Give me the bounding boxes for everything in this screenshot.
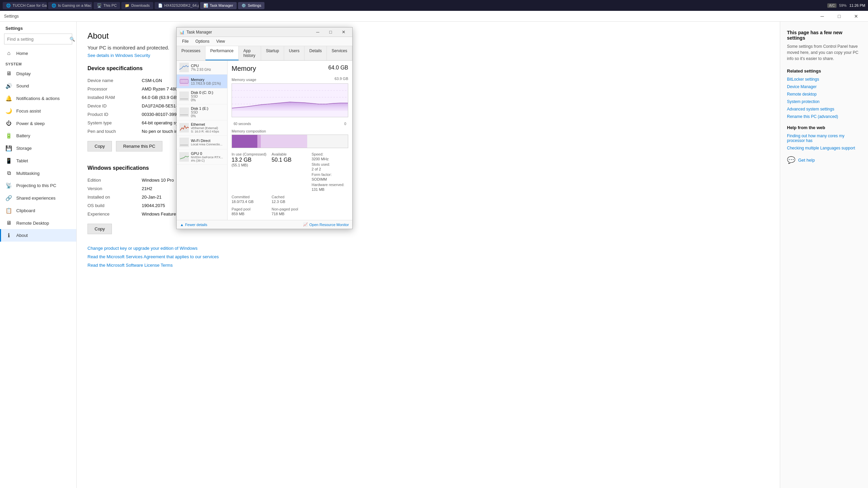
window-title: Settings: [4, 14, 19, 19]
tm-tab-users[interactable]: Users: [284, 46, 304, 60]
memory-sub: 13.7/63.9 GB (21%): [191, 82, 221, 85]
sidebar-item-multitasking[interactable]: ⧉ Multitasking: [0, 167, 76, 179]
committed-value: 18.0/73.4 GB: [232, 200, 268, 204]
memory-info: Memory 13.7/63.9 GB (21%): [191, 78, 221, 85]
sidebar-item-battery[interactable]: 🔋 Battery: [0, 129, 76, 142]
sidebar-item-display[interactable]: 🖥 Display: [0, 67, 76, 80]
sidebar-item-power[interactable]: ⏻ Power & sleep: [0, 117, 76, 129]
memory-usage-label: Memory usage: [232, 78, 256, 82]
paged-label: Paged pool: [232, 207, 268, 211]
sidebar-item-label: Projecting to this PC: [16, 183, 56, 188]
rename-pc-button[interactable]: Rename this PC: [116, 141, 162, 151]
wifi-name: Wi-Fi Direct: [191, 139, 222, 143]
sidebar-item-notifications[interactable]: 🔔 Notifications & actions: [0, 92, 76, 105]
taskbar-tab-gaming[interactable]: 🌐 Is Gaming on a Mac R...: [48, 2, 92, 9]
disk1-info: Disk 1 (E:) SSD0%: [191, 106, 208, 118]
taskbar-tab-settings[interactable]: ⚙️ Settings: [238, 2, 265, 9]
fewer-details-icon: ▲: [180, 223, 184, 227]
task-manager-overlay: 📊 Task Manager ─ □ ✕ File Options View P…: [176, 27, 353, 229]
tm-chart-bottom: 60 seconds 0: [232, 121, 348, 126]
tm-tab-services[interactable]: Services: [327, 46, 352, 60]
tab-label: Settings: [248, 3, 261, 7]
focus-icon: 🌙: [5, 108, 12, 114]
gpu-graph-icon: [179, 152, 189, 162]
copy-device-button[interactable]: Copy: [87, 141, 112, 151]
tm-tab-processes[interactable]: Processes: [177, 46, 205, 60]
tm-process-gpu[interactable]: GPU 0 NVIDIA GeForce RTX...4% (39 C): [177, 149, 227, 165]
ethernet-info: Ethernet vEthernet (External)S: 16.0 R: …: [191, 122, 219, 133]
copy-windows-button[interactable]: Copy: [87, 224, 112, 234]
tm-tab-apphistory[interactable]: App history: [239, 46, 261, 60]
tm-menu-options[interactable]: Options: [192, 38, 213, 45]
sidebar-item-label: About: [16, 233, 28, 238]
spec-label: Product ID: [87, 110, 142, 119]
chart-zero-label: 0: [344, 122, 346, 126]
taskbar-tab-taskmanager[interactable]: 📊 Task Manager: [200, 2, 237, 9]
disk1-name: Disk 1 (E:): [191, 106, 208, 110]
sidebar-item-about[interactable]: ℹ About: [0, 229, 76, 242]
tm-process-disk0[interactable]: Disk 0 (C: D:) SSD0%: [177, 88, 227, 104]
paged-stat: Paged pool 859 MB: [232, 207, 268, 216]
search-icon: 🔍: [67, 37, 78, 42]
in-use-value: 13.2 GB: [232, 157, 268, 163]
committed-stat: Committed 18.0/73.4 GB: [232, 195, 268, 204]
tm-process-memory[interactable]: Memory 13.7/63.9 GB (21%): [177, 75, 227, 88]
taskbar: 🌐 TUCCH Case for Galax... 🌐 Is Gaming on…: [0, 0, 494, 11]
spec-label: Version: [87, 184, 142, 193]
spec-label: OS build: [87, 201, 142, 210]
sidebar-title: Settings: [0, 22, 76, 34]
tm-tab-details[interactable]: Details: [304, 46, 327, 60]
ms-services-link[interactable]: Read the Microsoft Services Agreement th…: [87, 254, 494, 259]
form-value: SODIMM: [312, 177, 348, 181]
tm-minimize-button[interactable]: ─: [312, 28, 324, 36]
tm-close-button[interactable]: ✕: [337, 28, 350, 36]
protection-link[interactable]: See details in Windows Security: [87, 53, 150, 58]
tm-process-wifi[interactable]: Wi-Fi Direct Local Area Connectio...: [177, 136, 227, 149]
sidebar-item-label: Clipboard: [16, 208, 35, 213]
resource-monitor-label: Open Resource Monitor: [309, 223, 349, 227]
tm-maximize-button[interactable]: □: [324, 28, 337, 36]
tm-process-disk1[interactable]: Disk 1 (E:) SSD0%: [177, 104, 227, 120]
tm-menu-file[interactable]: File: [179, 38, 192, 45]
mem-modified-bar: [257, 135, 261, 148]
ms-license-link[interactable]: Read the Microsoft Software License Term…: [87, 263, 494, 268]
search-box[interactable]: 🔍: [4, 34, 72, 44]
tm-title-text: Task Manager: [186, 30, 212, 35]
sidebar-item-sound[interactable]: 🔊 Sound: [0, 80, 76, 92]
search-input[interactable]: [4, 37, 67, 42]
tm-tab-startup[interactable]: Startup: [261, 46, 284, 60]
hw-reserved-value: 131 MB: [312, 187, 348, 191]
memory-composition-bar: [232, 135, 348, 148]
tm-process-ethernet[interactable]: Ethernet vEthernet (External)S: 16.0 R: …: [177, 120, 227, 136]
taskbar-tab-thispc[interactable]: 🖥️ This PC: [94, 2, 120, 9]
taskbar-tab-pdf[interactable]: 📄 HX432S20IBK2_64.pdf...: [155, 2, 199, 9]
sidebar: Settings 🔍 ⌂ Home System 🖥 Display 🔊 Sou…: [0, 22, 77, 277]
tm-body: CPU 7% 2.93 GHz Memory 13.7/63.9 GB (21%…: [177, 61, 352, 220]
sidebar-item-shared[interactable]: 🔗 Shared experiences: [0, 192, 76, 204]
available-label: Available: [272, 152, 308, 156]
sidebar-item-tablet[interactable]: 📱 Tablet: [0, 155, 76, 167]
wifi-graph-icon: [179, 138, 189, 147]
memory-max-label: 63.9 GB: [335, 77, 348, 81]
sidebar-item-label: Storage: [16, 146, 32, 151]
gpu-info: GPU 0 NVIDIA GeForce RTX...4% (39 C): [191, 151, 223, 162]
sidebar-item-remote[interactable]: 🖥 Remote Desktop: [0, 217, 76, 229]
speed-value: 3200 MHz: [312, 157, 348, 161]
sidebar-item-clipboard[interactable]: 📋 Clipboard: [0, 204, 76, 217]
display-icon: 🖥: [5, 70, 12, 77]
tm-process-cpu[interactable]: CPU 7% 2.93 GHz: [177, 61, 227, 75]
fewer-details-button[interactable]: ▲ Fewer details: [180, 223, 207, 227]
in-use-label: In use (Compressed): [232, 152, 268, 156]
cpu-graph-icon: [179, 63, 189, 72]
spec-label: Installed RAM: [87, 93, 142, 102]
sidebar-item-focus[interactable]: 🌙 Focus assist: [0, 105, 76, 117]
tm-tab-performance[interactable]: Performance: [205, 46, 239, 60]
sidebar-item-storage[interactable]: 💾 Storage: [0, 142, 76, 155]
taskbar-tab-galaxy[interactable]: 🌐 TUCCH Case for Galax...: [3, 2, 47, 9]
sidebar-item-projecting[interactable]: 📡 Projecting to this PC: [0, 179, 76, 192]
tm-menu-view[interactable]: View: [213, 38, 229, 45]
sidebar-item-home[interactable]: ⌂ Home: [0, 47, 76, 59]
change-product-key-link[interactable]: Change product key or upgrade your editi…: [87, 246, 494, 251]
taskbar-tab-downloads[interactable]: 📁 Downloads: [121, 2, 153, 9]
resource-monitor-link[interactable]: 📈 Open Resource Monitor: [303, 222, 349, 227]
